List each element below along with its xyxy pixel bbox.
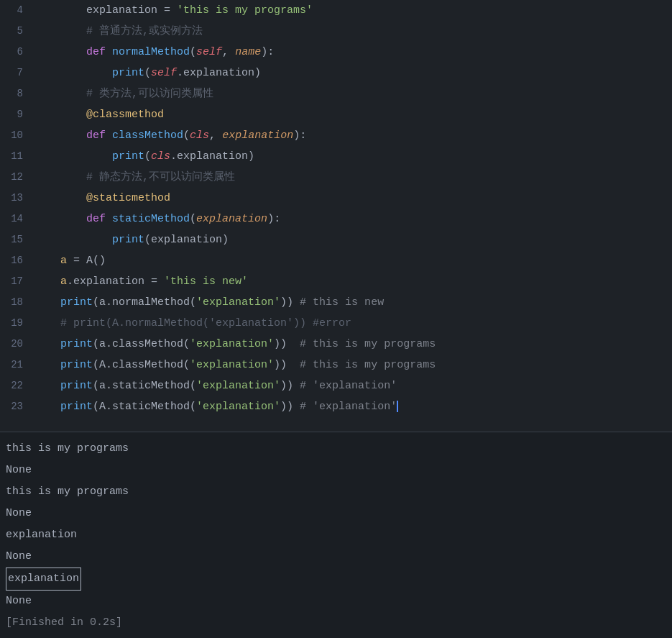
token <box>34 67 112 79</box>
line-number: 14 <box>0 209 34 229</box>
token: )) <box>280 380 300 392</box>
token: normalMethod <box>112 46 190 58</box>
output-line: explanation <box>3 524 669 546</box>
token <box>34 129 86 142</box>
token: ): <box>293 129 306 142</box>
code-line: 23 print(A.staticMethod('explanation')) … <box>0 396 672 417</box>
token: 'explanation' <box>196 401 280 413</box>
line-content: print(A.classMethod('explanation')) # th… <box>34 355 672 375</box>
token <box>34 255 60 267</box>
token: # 'explanation' <box>300 380 397 392</box>
token: print <box>112 150 144 163</box>
token: ( <box>190 213 196 225</box>
token: # this is new <box>300 296 384 309</box>
line-content: print(a.normalMethod('explanation')) # t… <box>34 292 672 313</box>
code-line: 10 def classMethod(cls, explanation): <box>0 125 672 146</box>
token: # this is my programs <box>300 359 436 371</box>
token <box>34 109 86 121</box>
output-line: None <box>3 546 669 568</box>
output-boxed-text: explanation <box>6 568 81 591</box>
token: print <box>60 296 93 309</box>
token <box>106 129 112 142</box>
code-line: 4 explanation = 'this is my programs' <box>0 0 672 21</box>
code-line: 18 print(a.normalMethod('explanation')) … <box>0 292 672 313</box>
token: @classmethod <box>86 109 164 121</box>
token <box>34 25 86 37</box>
code-line: 12 # 静态方法,不可以访问类属性 <box>0 167 672 188</box>
line-number: 17 <box>0 271 34 292</box>
output-line: this is my programs <box>3 438 669 460</box>
line-content: def normalMethod(self, name): <box>34 42 672 63</box>
line-number: 15 <box>0 229 34 250</box>
token <box>34 150 112 163</box>
token: # 类方法,可以访问类属性 <box>86 88 213 100</box>
token: def <box>86 213 106 225</box>
token: # this is my programs <box>300 338 436 350</box>
token: # 静态方法,不可以访问类属性 <box>86 171 235 183</box>
token: def <box>86 129 106 142</box>
token <box>34 192 86 204</box>
token: 'explanation' <box>190 338 274 350</box>
token <box>34 401 60 413</box>
token: ( <box>144 67 151 79</box>
line-content: # 普通方法,或实例方法 <box>34 21 672 42</box>
editor-pane: 4 explanation = 'this is my programs'5 #… <box>0 0 672 432</box>
line-content: # 静态方法,不可以访问类属性 <box>34 167 672 188</box>
token: 'explanation' <box>196 380 280 392</box>
code-line: 17 a.explanation = 'this is new' <box>0 271 672 292</box>
line-content: def staticMethod(explanation): <box>34 209 672 229</box>
token <box>34 359 60 371</box>
line-number: 20 <box>0 334 34 355</box>
token: (a.classMethod( <box>93 338 190 350</box>
token <box>34 88 86 100</box>
line-content: print(a.classMethod('explanation')) # th… <box>34 334 672 355</box>
token <box>34 234 112 246</box>
token: 'explanation' <box>190 359 274 371</box>
token: print <box>60 380 93 392</box>
line-number: 23 <box>0 396 34 417</box>
line-content: def classMethod(cls, explanation): <box>34 125 672 146</box>
code-line: 20 print(a.classMethod('explanation')) #… <box>0 334 672 355</box>
line-number: 13 <box>0 188 34 209</box>
token: print <box>60 401 93 413</box>
output-line: None <box>3 503 669 524</box>
code-line: 15 print(explanation) <box>0 229 672 250</box>
line-number: 21 <box>0 355 34 375</box>
code-line: 14 def staticMethod(explanation): <box>0 209 672 229</box>
line-number: 5 <box>0 21 34 42</box>
token: self <box>151 67 177 79</box>
token: .explanation) <box>170 150 254 163</box>
line-number: 12 <box>0 167 34 188</box>
token: = A() <box>67 255 106 267</box>
token: (A.classMethod( <box>93 359 190 371</box>
code-line: 22 print(a.staticMethod('explanation')) … <box>0 375 672 396</box>
line-content: print(explanation) <box>34 229 672 250</box>
token: ): <box>261 46 274 58</box>
line-content: explanation = 'this is my programs' <box>34 0 672 21</box>
token: a <box>60 255 67 267</box>
token <box>34 275 60 288</box>
token <box>34 296 60 309</box>
code-line: 6 def normalMethod(self, name): <box>0 42 672 63</box>
output-line: explanation <box>3 568 669 591</box>
token: cls <box>151 150 170 163</box>
line-number: 18 <box>0 292 34 313</box>
token: .explanation = <box>67 275 164 288</box>
output-line: None <box>3 591 669 612</box>
code-line: 11 print(cls.explanation) <box>0 146 672 167</box>
token: # 普通方法,或实例方法 <box>86 25 203 37</box>
line-number: 8 <box>0 83 34 104</box>
output-line: None <box>3 460 669 481</box>
code-line: 19 # print(A.normalMethod('explanation')… <box>0 313 672 334</box>
token: ( <box>183 129 190 142</box>
line-content: print(A.staticMethod('explanation')) # '… <box>34 396 672 417</box>
line-content: a.explanation = 'this is new' <box>34 271 672 292</box>
line-number: 7 <box>0 63 34 83</box>
token: self <box>196 46 222 58</box>
token <box>34 171 86 183</box>
line-content: @staticmethod <box>34 188 672 209</box>
output-line: this is my programs <box>3 481 669 503</box>
token: (a.normalMethod( <box>93 296 196 309</box>
line-content: a = A() <box>34 250 672 271</box>
token: )) <box>280 296 300 309</box>
